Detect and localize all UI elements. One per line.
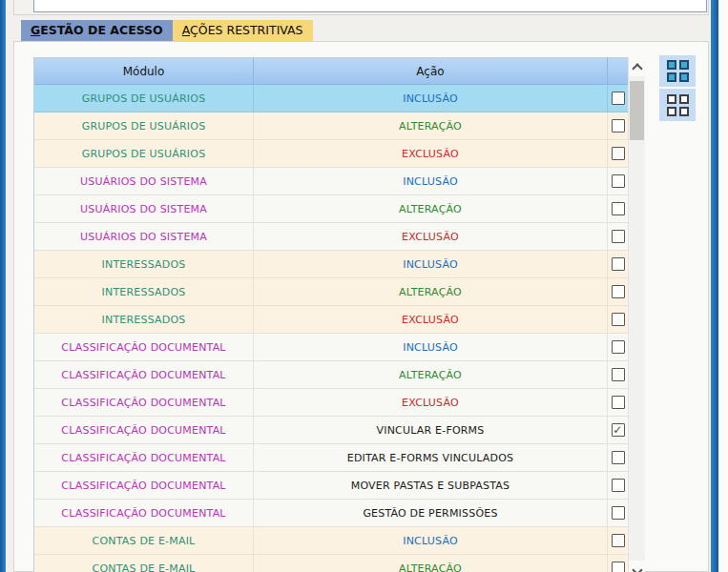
window-right-border [711, 0, 718, 572]
cell-checkbox [608, 168, 628, 194]
cell-module: CONTAS DE E-MAIL [34, 555, 254, 572]
cell-action: ALTERAÇÃO [254, 361, 608, 388]
cell-checkbox [608, 472, 628, 499]
cell-checkbox [608, 223, 628, 250]
row-checkbox[interactable]: ✓ [612, 423, 625, 437]
cell-action: INCLUSÃO [254, 85, 608, 112]
cell-module: GRUPOS DE USUÁRIOS [34, 140, 254, 167]
row-checkbox[interactable] [612, 340, 625, 354]
desktop-background [718, 0, 728, 572]
row-checkbox[interactable] [612, 451, 625, 464]
row-checkbox[interactable] [612, 506, 625, 520]
cell-action: ALTERAÇÃO [254, 278, 608, 305]
table-row[interactable]: CLASSIFICAÇÃO DOCUMENTAL INCLUSÃO [34, 334, 628, 361]
cell-action: EDITAR E-FORMS VINCULADOS [254, 444, 608, 471]
tab-label: ESTÃO DE ACESSO [40, 23, 162, 37]
top-text-input[interactable] [33, 0, 707, 12]
grid-filled-icon [667, 60, 689, 82]
cell-action: EXCLUSÃO [254, 140, 608, 167]
cell-action: ALTERAÇÃO [254, 195, 608, 222]
cell-action: INCLUSÃO [254, 168, 608, 194]
cell-checkbox [608, 500, 628, 526]
cell-action: EXCLUSÃO [254, 389, 608, 416]
chevron-down-icon [632, 564, 642, 572]
cell-checkbox [608, 444, 628, 471]
cell-action: INCLUSÃO [254, 334, 608, 360]
table-row[interactable]: GRUPOS DE USUÁRIOS EXCLUSÃO [34, 140, 628, 168]
cell-module: CLASSIFICAÇÃO DOCUMENTAL [34, 361, 254, 388]
cell-checkbox [608, 334, 628, 360]
tab-gestao-de-acesso[interactable]: GESTÃO DE ACESSO [21, 20, 173, 41]
tab-label: A [182, 23, 190, 37]
table-row[interactable]: CLASSIFICAÇÃO DOCUMENTAL VINCULAR E-FORM… [34, 417, 628, 444]
table-header-row: Módulo Ação [34, 58, 628, 85]
row-checkbox[interactable] [612, 119, 625, 133]
row-checkbox[interactable] [612, 562, 625, 572]
window-left-border [0, 0, 6, 572]
table-row[interactable]: USUÁRIOS DO SISTEMA EXCLUSÃO [34, 223, 628, 251]
cell-module: GRUPOS DE USUÁRIOS [34, 112, 254, 139]
row-checkbox[interactable] [612, 257, 625, 271]
table-row[interactable]: CONTAS DE E-MAIL ALTERAÇÃO [34, 555, 628, 572]
scroll-down-button[interactable] [629, 561, 645, 572]
row-checkbox[interactable] [612, 230, 625, 243]
table-row[interactable]: GRUPOS DE USUÁRIOS INCLUSÃO [34, 85, 628, 112]
cell-module: CLASSIFICAÇÃO DOCUMENTAL [34, 444, 254, 471]
cell-action: VINCULAR E-FORMS [254, 417, 608, 443]
row-checkbox[interactable] [612, 534, 625, 547]
row-checkbox[interactable] [612, 479, 625, 492]
cell-action: MOVER PASTAS E SUBPASTAS [254, 472, 608, 499]
table-row[interactable]: INTERESSADOS ALTERAÇÃO [34, 278, 628, 306]
tab-acoes-restritivas[interactable]: AÇÕES RESTRITIVAS [173, 20, 313, 41]
table-row[interactable]: CLASSIFICAÇÃO DOCUMENTAL MOVER PASTAS E … [34, 472, 628, 500]
select-all-button[interactable] [659, 55, 696, 87]
table-row[interactable]: CLASSIFICAÇÃO DOCUMENTAL EDITAR E-FORMS … [34, 444, 628, 472]
row-checkbox[interactable] [612, 202, 625, 215]
cell-module: CONTAS DE E-MAIL [34, 527, 254, 554]
column-header-acao[interactable]: Ação [254, 58, 608, 84]
column-header-checkbox[interactable] [608, 58, 628, 84]
cell-module: CLASSIFICAÇÃO DOCUMENTAL [34, 334, 254, 360]
deselect-all-button[interactable] [659, 89, 696, 121]
table-row[interactable]: CLASSIFICAÇÃO DOCUMENTAL ALTERAÇÃO [34, 361, 628, 389]
table-row[interactable]: CLASSIFICAÇÃO DOCUMENTAL GESTÃO DE PERMI… [34, 500, 628, 527]
row-checkbox[interactable] [612, 313, 625, 326]
scroll-up-button[interactable] [629, 57, 645, 76]
permissions-table: Módulo Ação GRUPOS DE USUÁRIOS INCLUSÃO … [33, 57, 628, 572]
row-checkbox[interactable] [612, 174, 625, 188]
cell-action: INCLUSÃO [254, 527, 608, 554]
row-checkbox[interactable] [612, 147, 625, 160]
table-body: GRUPOS DE USUÁRIOS INCLUSÃO GRUPOS DE US… [34, 85, 628, 572]
table-row[interactable]: USUÁRIOS DO SISTEMA INCLUSÃO [34, 168, 628, 195]
cell-module: USUÁRIOS DO SISTEMA [34, 223, 254, 250]
cell-module: INTERESSADOS [34, 278, 254, 305]
table-row[interactable]: INTERESSADOS EXCLUSÃO [34, 306, 628, 334]
tab-label: ÇÕES RESTRITIVAS [190, 23, 302, 37]
row-checkbox[interactable] [612, 368, 625, 381]
cell-checkbox [608, 278, 628, 305]
table-row[interactable]: USUÁRIOS DO SISTEMA ALTERAÇÃO [34, 195, 628, 223]
scrollbar-thumb[interactable] [630, 81, 644, 140]
cell-checkbox [608, 555, 628, 572]
table-row[interactable]: INTERESSADOS INCLUSÃO [34, 251, 628, 278]
cell-action: INCLUSÃO [254, 251, 608, 277]
row-checkbox[interactable] [612, 396, 625, 409]
cell-action: GESTÃO DE PERMISSÕES [254, 500, 608, 526]
tab-bar: GESTÃO DE ACESSO AÇÕES RESTRITIVAS [21, 20, 313, 41]
table-row[interactable]: CLASSIFICAÇÃO DOCUMENTAL EXCLUSÃO [34, 389, 628, 417]
cell-checkbox: ✓ [608, 417, 628, 443]
table-row[interactable]: GRUPOS DE USUÁRIOS ALTERAÇÃO [34, 112, 628, 140]
cell-module: CLASSIFICAÇÃO DOCUMENTAL [34, 472, 254, 499]
cell-checkbox [608, 112, 628, 139]
row-checkbox[interactable] [612, 285, 625, 298]
vertical-scrollbar[interactable] [628, 57, 645, 572]
row-checkbox[interactable] [612, 92, 625, 105]
cell-action: ALTERAÇÃO [254, 555, 608, 572]
cell-checkbox [608, 251, 628, 277]
table-row[interactable]: CONTAS DE E-MAIL INCLUSÃO [34, 527, 628, 555]
cell-checkbox [608, 306, 628, 333]
column-header-modulo[interactable]: Módulo [34, 58, 254, 84]
cell-module: USUÁRIOS DO SISTEMA [34, 195, 254, 222]
grid-outline-icon [667, 94, 689, 116]
cell-checkbox [608, 195, 628, 222]
